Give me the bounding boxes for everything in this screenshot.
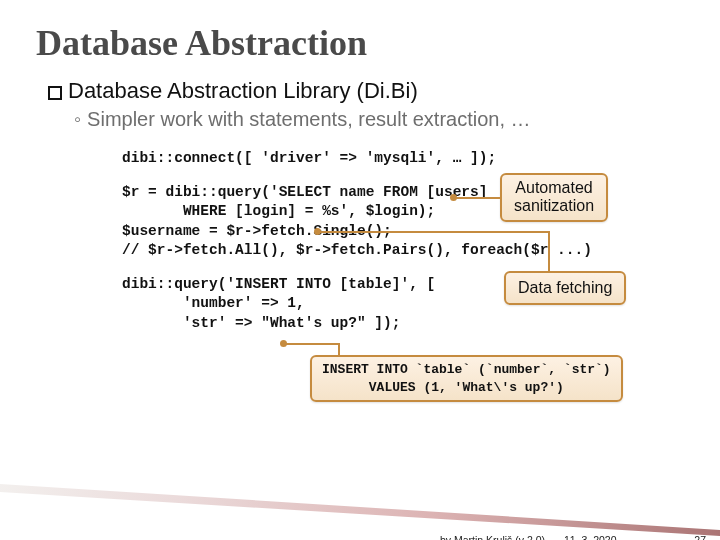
sub-bullet-row: ◦ Simpler work with statements, result e… xyxy=(48,108,684,131)
connector-dot-icon xyxy=(314,228,321,235)
footer-page-number: 27 xyxy=(694,534,706,540)
decorative-wedge xyxy=(0,480,720,540)
connector-line xyxy=(338,343,340,357)
sub-bullet-text: Simpler work with statements, result ext… xyxy=(87,108,530,131)
callout-sql-output: INSERT INTO `table` (`number`, `str`) VA… xyxy=(310,355,623,402)
circle-bullet-icon: ◦ xyxy=(74,108,81,131)
slide-body: Database Abstraction Library (Di.Bi) ◦ S… xyxy=(0,64,720,334)
code-line: 'str' => "What's up?" ]); xyxy=(122,314,684,334)
connector-line xyxy=(548,231,550,271)
svg-marker-0 xyxy=(0,484,720,536)
connector-dot-icon xyxy=(280,340,287,347)
bullet-text: Database Abstraction Library (Di.Bi) xyxy=(68,78,418,104)
connector-line xyxy=(318,231,550,233)
square-bullet-icon xyxy=(48,86,62,100)
connector-dot-icon xyxy=(450,194,457,201)
footer-date: 11. 3. 2020 xyxy=(564,534,617,540)
bullet-row: Database Abstraction Library (Di.Bi) xyxy=(48,78,684,104)
code-block: dibi::connect([ 'driver' => 'mysqli', … … xyxy=(48,131,684,334)
code-line: // $r->fetch.All(), $r->fetch.Pairs(), f… xyxy=(122,241,684,261)
connector-line xyxy=(454,197,500,199)
footer-author: by Martin Kruliš (v 2.0) xyxy=(440,534,545,540)
callout-data-fetching: Data fetching xyxy=(504,271,626,305)
callout-sanitization: Automated sanitization xyxy=(500,173,608,222)
connector-line xyxy=(284,343,340,345)
code-line: dibi::connect([ 'driver' => 'mysqli', … … xyxy=(122,149,684,169)
slide-title: Database Abstraction xyxy=(0,0,720,64)
